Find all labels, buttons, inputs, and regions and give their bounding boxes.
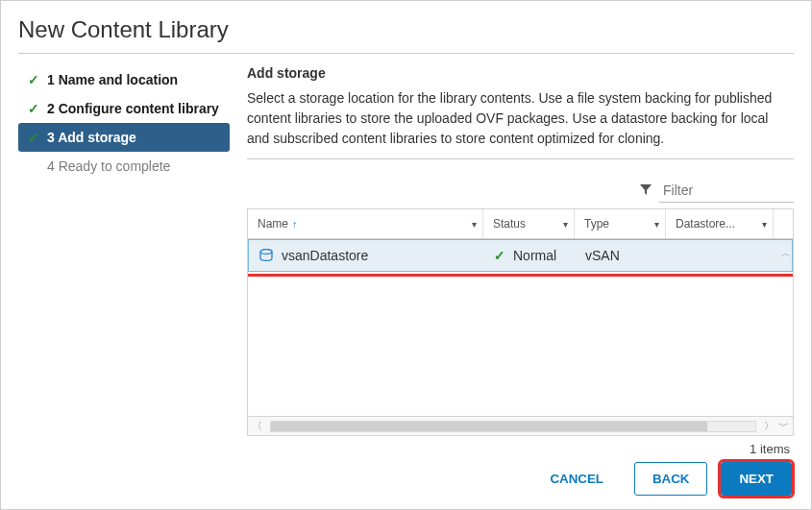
column-label: Name xyxy=(258,217,288,231)
step-label: 1 Name and location xyxy=(47,72,178,87)
filter-icon[interactable] xyxy=(640,183,652,199)
back-button[interactable]: BACK xyxy=(634,462,708,496)
chevron-down-icon[interactable]: ▾ xyxy=(563,219,568,230)
scroll-track[interactable] xyxy=(270,421,756,432)
scroll-thumb[interactable] xyxy=(271,422,707,431)
svg-point-0 xyxy=(260,250,272,255)
cell-type: vSAN xyxy=(576,240,667,271)
wizard-content: Add storage Select a storage location fo… xyxy=(247,65,794,462)
chevron-down-icon[interactable]: ▾ xyxy=(472,219,477,230)
column-label: Datastore... xyxy=(676,217,735,231)
chevron-down-icon[interactable]: ▾ xyxy=(654,219,659,230)
step-ready-complete: ✓ 4 Ready to complete xyxy=(18,152,230,181)
step-label: 2 Configure content library xyxy=(47,101,219,116)
table-row[interactable]: vsanDatastore ✓ Normal vSAN xyxy=(248,239,793,272)
divider xyxy=(18,53,794,54)
check-icon: ✓ xyxy=(494,248,505,263)
sort-asc-icon: ↑ xyxy=(292,218,298,230)
chevron-down-icon[interactable]: ▾ xyxy=(762,219,767,230)
check-icon: ✓ xyxy=(28,101,39,116)
column-label: Type xyxy=(584,217,609,231)
step-add-storage[interactable]: ✓ 3 Add storage xyxy=(18,123,230,152)
filter-bar xyxy=(247,179,794,203)
section-title: Add storage xyxy=(247,65,794,81)
scroll-up-icon[interactable]: ︿ xyxy=(781,247,791,260)
scroll-left-icon[interactable]: 〈 xyxy=(252,419,262,433)
cell-status: ✓ Normal xyxy=(484,240,576,271)
check-icon: ✓ xyxy=(28,72,39,87)
step-label: 4 Ready to complete xyxy=(47,158,170,174)
datastore-name: vsanDatastore xyxy=(282,248,368,263)
wizard-steps: ✓ 1 Name and location ✓ 2 Configure cont… xyxy=(18,65,230,462)
cell-name: vsanDatastore xyxy=(249,240,484,271)
grid-footer: 〈 〉 ﹀ xyxy=(248,416,793,435)
items-count: 1 items xyxy=(247,436,794,462)
wizard-dialog: New Content Library ✓ 1 Name and locatio… xyxy=(0,0,812,510)
section-description: Select a storage location for the librar… xyxy=(247,88,794,149)
divider xyxy=(247,158,794,159)
step-name-location[interactable]: ✓ 1 Name and location xyxy=(18,65,230,94)
dialog-title: New Content Library xyxy=(18,16,794,43)
dialog-body: ✓ 1 Name and location ✓ 2 Configure cont… xyxy=(18,65,794,462)
cancel-button[interactable]: CANCEL xyxy=(532,462,621,496)
datastore-grid: Name ↑ ▾ Status ▾ Type ▾ Datastore... xyxy=(247,208,794,436)
wizard-buttons: CANCEL BACK NEXT xyxy=(532,462,792,496)
cell-cluster xyxy=(667,248,773,263)
filter-input[interactable] xyxy=(659,179,794,203)
column-header-name[interactable]: Name ↑ ▾ xyxy=(248,209,483,238)
scroll-gutter xyxy=(774,209,793,238)
scroll-down-icon[interactable]: ﹀ xyxy=(778,419,789,433)
scroll-right-icon[interactable]: 〉 xyxy=(764,419,775,433)
column-label: Status xyxy=(493,217,526,231)
status-text: Normal xyxy=(513,248,556,263)
check-icon: ✓ xyxy=(28,130,39,145)
column-header-status[interactable]: Status ▾ xyxy=(483,209,575,238)
step-label: 3 Add storage xyxy=(47,130,136,145)
column-header-type[interactable]: Type ▾ xyxy=(575,209,666,238)
next-button[interactable]: NEXT xyxy=(721,462,792,496)
type-text: vSAN xyxy=(585,248,620,263)
step-configure-library[interactable]: ✓ 2 Configure content library xyxy=(18,94,230,123)
horizontal-scrollbar[interactable]: 〈 〉 ﹀ xyxy=(248,419,793,433)
datastore-icon xyxy=(258,249,274,262)
column-header-datastore-cluster[interactable]: Datastore... ▾ xyxy=(666,209,774,238)
grid-body: vsanDatastore ✓ Normal vSAN xyxy=(248,239,793,416)
grid-header: Name ↑ ▾ Status ▾ Type ▾ Datastore... xyxy=(248,209,793,239)
